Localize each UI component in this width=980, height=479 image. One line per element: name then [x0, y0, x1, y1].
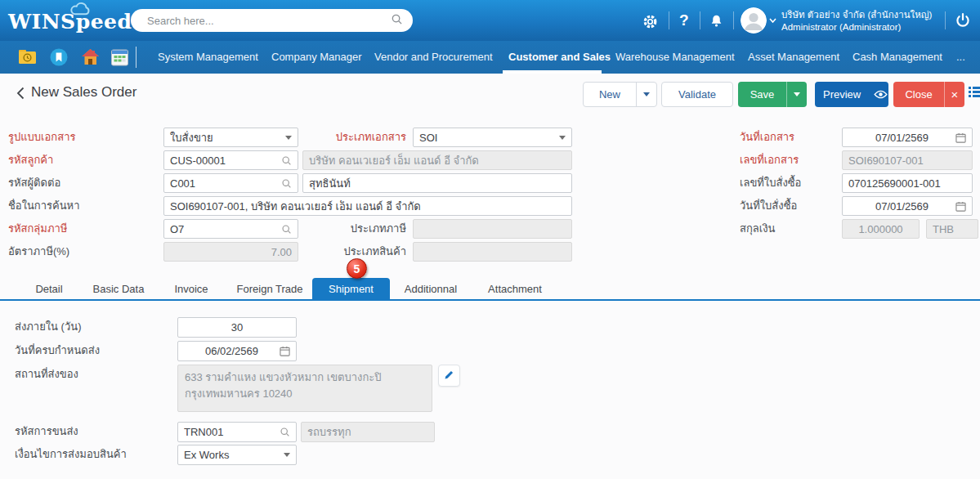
nav-company-manager[interactable]: Company Manager [271, 41, 362, 74]
tab-detail[interactable]: Detail [16, 278, 82, 301]
ship-address-display: 633 รามคำแหง แขวงหัวหมาก เขตบางกะปิ กรุง… [177, 365, 432, 412]
contact-name-input[interactable] [302, 173, 572, 193]
user-avatar[interactable] [741, 7, 767, 34]
bookmark-icon[interactable] [50, 48, 69, 66]
tax-rate-value: 7.00 [271, 246, 292, 258]
validate-button-label[interactable]: Validate [662, 83, 732, 106]
edit-address-button[interactable] [438, 365, 460, 387]
detail-tabs: Detail Basic Data Invoice Foreign Trade … [0, 278, 980, 301]
deliver-within-label: ส่งภายใน (วัน) [15, 317, 81, 337]
calendar-icon[interactable] [955, 201, 966, 212]
new-dropdown-caret-icon[interactable] [636, 83, 656, 106]
doc-type-select[interactable]: SOI [413, 128, 572, 147]
tax-group-value[interactable] [170, 223, 281, 235]
help-icon[interactable]: ? [679, 11, 689, 29]
chevron-down-icon[interactable] [284, 453, 290, 457]
tab-shipment[interactable]: Shipment [312, 278, 390, 301]
global-search[interactable] [131, 9, 413, 32]
tax-group-input[interactable] [163, 219, 298, 239]
new-button[interactable]: New [583, 82, 657, 107]
page-title: New Sales Order [31, 84, 136, 101]
nav-vendor-and-procurement[interactable]: Vendor and Procurement [374, 41, 493, 74]
currency-code-display: THB [926, 219, 978, 239]
preview-button-label[interactable]: Preview [815, 82, 869, 107]
save-button[interactable]: Save [738, 82, 807, 107]
search-name-input[interactable] [163, 196, 572, 216]
tab-invoice[interactable]: Invoice [155, 278, 227, 301]
transport-code-value[interactable] [184, 426, 280, 438]
item-type-display [413, 242, 572, 262]
search-icon[interactable] [391, 13, 403, 29]
customer-code-value[interactable] [170, 154, 281, 167]
notifications-bell-icon[interactable] [709, 14, 723, 28]
nav-system-management[interactable]: System Management [158, 41, 258, 74]
ship-address-label: สถานที่ส่งของ [15, 365, 78, 384]
delivery-term-label: เงื่อนไขการส่งมอบสินค้า [15, 445, 127, 464]
due-date-input[interactable] [177, 341, 297, 361]
close-x-icon[interactable]: × [944, 82, 964, 107]
chevron-down-icon[interactable] [285, 136, 292, 140]
delivery-term-value: Ex Works [184, 449, 229, 461]
preview-button[interactable]: Preview [815, 82, 888, 107]
contact-code-value[interactable] [170, 177, 281, 190]
nav-cash-management[interactable]: Cash Management [852, 41, 942, 74]
tab-foreign-trade[interactable]: Foreign Trade [227, 278, 312, 301]
currency-rate-display: 1.000000 [842, 219, 920, 239]
doc-type-value: SOI [419, 132, 437, 144]
search-icon[interactable] [281, 178, 292, 189]
tab-attachment[interactable]: Attachment [472, 278, 558, 301]
doc-date-value[interactable] [848, 132, 955, 144]
deliver-within-value[interactable] [184, 321, 290, 334]
calendar-icon[interactable] [955, 132, 966, 143]
contact-name-value[interactable] [309, 177, 566, 190]
doc-date-input[interactable] [842, 128, 973, 147]
po-date-label: วันที่ใบสั่งซื้อ [740, 196, 797, 216]
settings-gear-icon[interactable] [642, 14, 658, 29]
home-icon[interactable] [81, 48, 100, 66]
po-no-value[interactable] [848, 177, 966, 190]
chevron-down-icon[interactable] [559, 136, 566, 140]
back-chevron-icon[interactable] [16, 87, 25, 103]
preview-eye-icon[interactable] [869, 82, 888, 107]
user-chevron-down-icon[interactable] [769, 18, 776, 23]
list-menu-icon[interactable] [969, 87, 980, 99]
new-button-label[interactable]: New [584, 83, 636, 106]
validate-button[interactable]: Validate [661, 82, 733, 107]
nav-warehouse-management[interactable]: Warehouse Management [615, 41, 735, 74]
nav-more[interactable]: ... [956, 41, 965, 74]
contact-code-input[interactable] [163, 173, 298, 193]
search-name-value[interactable] [170, 200, 566, 213]
doc-format-select[interactable]: ใบสั่งขาย [163, 128, 298, 147]
nav-customer-and-sales[interactable]: Customer and Sales [508, 41, 611, 74]
po-date-input[interactable] [842, 196, 973, 216]
top-bar: WINSpeed ? บริษัท ตัวอย่าง จำกัด (สำนักง… [0, 0, 980, 41]
save-button-label[interactable]: Save [738, 82, 786, 107]
calendar-app-icon[interactable] [110, 48, 129, 66]
calendar-icon[interactable] [280, 346, 290, 356]
due-date-value[interactable] [184, 345, 280, 357]
po-no-input[interactable] [842, 173, 973, 193]
delivery-term-select[interactable]: Ex Works [177, 445, 297, 465]
close-button-label[interactable]: Close [893, 82, 944, 107]
transport-code-input[interactable] [177, 422, 297, 442]
active-nav-indicator [503, 70, 602, 74]
nav-separator [136, 47, 136, 68]
currency-rate-value: 1.000000 [858, 223, 902, 235]
close-button[interactable]: Close × [893, 82, 964, 107]
logout-power-icon[interactable] [955, 12, 971, 29]
doc-format-label: รูปแบบเอกสาร [8, 128, 75, 147]
doc-date-label: วันที่เอกสาร [740, 128, 794, 147]
customer-code-input[interactable] [163, 150, 298, 170]
tab-additionnal[interactable]: Additionnal [390, 278, 472, 301]
search-icon[interactable] [281, 155, 292, 166]
tab-basic-data[interactable]: Basic Data [82, 278, 155, 301]
deliver-within-input[interactable] [177, 317, 297, 338]
topbar-separator [700, 11, 700, 29]
po-date-value[interactable] [848, 200, 955, 213]
search-icon[interactable] [280, 427, 290, 437]
save-dropdown-caret-icon[interactable] [786, 82, 807, 107]
recent-folder-icon[interactable] [18, 48, 37, 66]
nav-asset-management[interactable]: Asset Management [748, 41, 839, 74]
search-input[interactable] [145, 14, 391, 28]
search-icon[interactable] [281, 224, 292, 235]
